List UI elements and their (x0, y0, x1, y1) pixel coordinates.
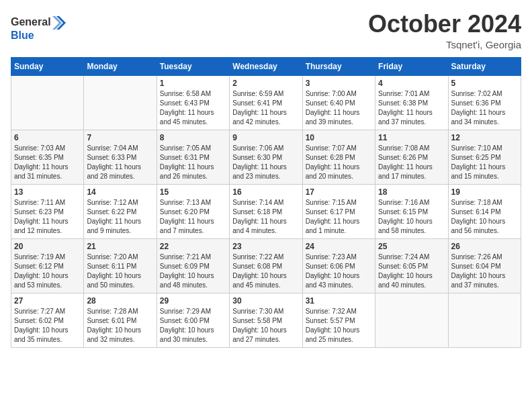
calendar-cell: 20Sunrise: 7:19 AM Sunset: 6:12 PM Dayli… (11, 238, 84, 293)
title-block: October 2024 Tsqnet'i, Georgia (368, 11, 521, 50)
calendar-cell (375, 293, 448, 347)
svg-text:Blue: Blue (11, 30, 34, 41)
calendar-cell: 18Sunrise: 7:16 AM Sunset: 6:15 PM Dayli… (375, 184, 448, 238)
calendar-cell: 22Sunrise: 7:21 AM Sunset: 6:09 PM Dayli… (157, 238, 229, 293)
day-info: Sunrise: 7:19 AM Sunset: 6:12 PM Dayligh… (14, 253, 81, 290)
day-number: 19 (451, 187, 518, 197)
day-number: 5 (451, 79, 518, 88)
week-row-1: 1Sunrise: 6:58 AM Sunset: 6:43 PM Daylig… (11, 75, 521, 130)
logo-svg: General Blue (11, 11, 71, 44)
header-row: SundayMondayTuesdayWednesdayThursdayFrid… (11, 57, 521, 75)
calendar-cell: 2Sunrise: 6:59 AM Sunset: 6:41 PM Daylig… (230, 75, 302, 130)
calendar-cell: 24Sunrise: 7:23 AM Sunset: 6:06 PM Dayli… (302, 238, 375, 293)
day-number: 6 (14, 133, 81, 142)
day-number: 27 (14, 296, 81, 306)
calendar-body: 1Sunrise: 6:58 AM Sunset: 6:43 PM Daylig… (11, 75, 521, 347)
calendar-cell: 16Sunrise: 7:14 AM Sunset: 6:18 PM Dayli… (230, 184, 302, 238)
calendar-table: SundayMondayTuesdayWednesdayThursdayFrid… (11, 57, 521, 348)
day-info: Sunrise: 7:06 AM Sunset: 6:30 PM Dayligh… (232, 144, 299, 181)
calendar-cell: 9Sunrise: 7:06 AM Sunset: 6:30 PM Daylig… (230, 130, 302, 184)
calendar-cell: 11Sunrise: 7:08 AM Sunset: 6:26 PM Dayli… (375, 130, 448, 184)
day-number: 22 (160, 242, 226, 251)
calendar-cell: 5Sunrise: 7:02 AM Sunset: 6:36 PM Daylig… (448, 75, 521, 130)
day-info: Sunrise: 6:58 AM Sunset: 6:43 PM Dayligh… (160, 89, 226, 127)
day-info: Sunrise: 6:59 AM Sunset: 6:41 PM Dayligh… (232, 89, 299, 127)
calendar-cell: 4Sunrise: 7:01 AM Sunset: 6:38 PM Daylig… (375, 75, 448, 130)
calendar-cell: 19Sunrise: 7:18 AM Sunset: 6:14 PM Dayli… (448, 184, 521, 238)
calendar-cell: 26Sunrise: 7:26 AM Sunset: 6:04 PM Dayli… (448, 238, 521, 293)
logo: General Blue (11, 11, 71, 44)
day-info: Sunrise: 7:30 AM Sunset: 5:58 PM Dayligh… (232, 307, 299, 345)
calendar-cell: 28Sunrise: 7:28 AM Sunset: 6:01 PM Dayli… (84, 293, 157, 347)
week-row-2: 6Sunrise: 7:03 AM Sunset: 6:35 PM Daylig… (11, 130, 521, 184)
calendar-cell: 8Sunrise: 7:05 AM Sunset: 6:31 PM Daylig… (157, 130, 229, 184)
day-number: 31 (306, 296, 372, 306)
day-info: Sunrise: 7:32 AM Sunset: 5:57 PM Dayligh… (306, 307, 372, 345)
day-number: 23 (232, 242, 299, 251)
day-number: 3 (306, 79, 372, 88)
day-info: Sunrise: 7:08 AM Sunset: 6:26 PM Dayligh… (378, 144, 445, 181)
day-info: Sunrise: 7:07 AM Sunset: 6:28 PM Dayligh… (306, 144, 372, 181)
day-info: Sunrise: 7:13 AM Sunset: 6:20 PM Dayligh… (160, 198, 226, 236)
calendar-header: SundayMondayTuesdayWednesdayThursdayFrid… (11, 57, 521, 75)
day-number: 25 (378, 242, 445, 251)
day-info: Sunrise: 7:10 AM Sunset: 6:25 PM Dayligh… (451, 144, 518, 181)
day-info: Sunrise: 7:26 AM Sunset: 6:04 PM Dayligh… (451, 253, 518, 290)
calendar-cell: 7Sunrise: 7:04 AM Sunset: 6:33 PM Daylig… (84, 130, 157, 184)
day-info: Sunrise: 7:00 AM Sunset: 6:40 PM Dayligh… (306, 89, 372, 127)
week-row-4: 20Sunrise: 7:19 AM Sunset: 6:12 PM Dayli… (11, 238, 521, 293)
calendar-cell: 15Sunrise: 7:13 AM Sunset: 6:20 PM Dayli… (157, 184, 229, 238)
calendar-cell: 12Sunrise: 7:10 AM Sunset: 6:25 PM Dayli… (448, 130, 521, 184)
day-number: 29 (160, 296, 226, 306)
day-number: 10 (306, 133, 372, 142)
day-number: 21 (87, 242, 153, 251)
header-day-sunday: Sunday (11, 57, 84, 75)
header: General Blue October 2024 Tsqnet'i, Geor… (11, 11, 521, 50)
day-info: Sunrise: 7:04 AM Sunset: 6:33 PM Dayligh… (87, 144, 153, 181)
day-number: 9 (232, 133, 299, 142)
day-number: 16 (232, 187, 299, 197)
calendar-cell (11, 75, 84, 130)
calendar-cell: 13Sunrise: 7:11 AM Sunset: 6:23 PM Dayli… (11, 184, 84, 238)
calendar-cell: 30Sunrise: 7:30 AM Sunset: 5:58 PM Dayli… (230, 293, 302, 347)
day-number: 13 (14, 187, 81, 197)
day-number: 14 (87, 187, 153, 197)
day-info: Sunrise: 7:15 AM Sunset: 6:17 PM Dayligh… (306, 198, 372, 236)
calendar-cell (448, 293, 521, 347)
day-info: Sunrise: 7:28 AM Sunset: 6:01 PM Dayligh… (87, 307, 153, 345)
day-info: Sunrise: 7:03 AM Sunset: 6:35 PM Dayligh… (14, 144, 81, 181)
day-info: Sunrise: 7:27 AM Sunset: 6:02 PM Dayligh… (14, 307, 81, 345)
calendar-cell: 3Sunrise: 7:00 AM Sunset: 6:40 PM Daylig… (302, 75, 375, 130)
day-info: Sunrise: 7:05 AM Sunset: 6:31 PM Dayligh… (160, 144, 226, 181)
header-day-friday: Friday (375, 57, 448, 75)
day-info: Sunrise: 7:01 AM Sunset: 6:38 PM Dayligh… (378, 89, 445, 127)
day-info: Sunrise: 7:12 AM Sunset: 6:22 PM Dayligh… (87, 198, 153, 236)
day-number: 18 (378, 187, 445, 197)
day-number: 26 (451, 242, 518, 251)
week-row-5: 27Sunrise: 7:27 AM Sunset: 6:02 PM Dayli… (11, 293, 521, 347)
calendar-cell: 21Sunrise: 7:20 AM Sunset: 6:11 PM Dayli… (84, 238, 157, 293)
day-info: Sunrise: 7:18 AM Sunset: 6:14 PM Dayligh… (451, 198, 518, 236)
calendar-cell: 6Sunrise: 7:03 AM Sunset: 6:35 PM Daylig… (11, 130, 84, 184)
header-day-thursday: Thursday (302, 57, 375, 75)
day-number: 20 (14, 242, 81, 251)
day-number: 11 (378, 133, 445, 142)
calendar-cell: 1Sunrise: 6:58 AM Sunset: 6:43 PM Daylig… (157, 75, 229, 130)
calendar-container: General Blue October 2024 Tsqnet'i, Geor… (0, 0, 532, 355)
calendar-cell (84, 75, 157, 130)
day-info: Sunrise: 7:11 AM Sunset: 6:23 PM Dayligh… (14, 198, 81, 236)
day-number: 24 (306, 242, 372, 251)
calendar-cell: 10Sunrise: 7:07 AM Sunset: 6:28 PM Dayli… (302, 130, 375, 184)
month-title: October 2024 (368, 11, 521, 38)
calendar-cell: 17Sunrise: 7:15 AM Sunset: 6:17 PM Dayli… (302, 184, 375, 238)
day-number: 2 (232, 79, 299, 88)
day-info: Sunrise: 7:22 AM Sunset: 6:08 PM Dayligh… (232, 253, 299, 290)
svg-text:General: General (11, 16, 51, 28)
week-row-3: 13Sunrise: 7:11 AM Sunset: 6:23 PM Dayli… (11, 184, 521, 238)
day-number: 4 (378, 79, 445, 88)
calendar-cell: 14Sunrise: 7:12 AM Sunset: 6:22 PM Dayli… (84, 184, 157, 238)
calendar-cell: 25Sunrise: 7:24 AM Sunset: 6:05 PM Dayli… (375, 238, 448, 293)
header-day-saturday: Saturday (448, 57, 521, 75)
calendar-cell: 27Sunrise: 7:27 AM Sunset: 6:02 PM Dayli… (11, 293, 84, 347)
day-info: Sunrise: 7:02 AM Sunset: 6:36 PM Dayligh… (451, 89, 518, 127)
